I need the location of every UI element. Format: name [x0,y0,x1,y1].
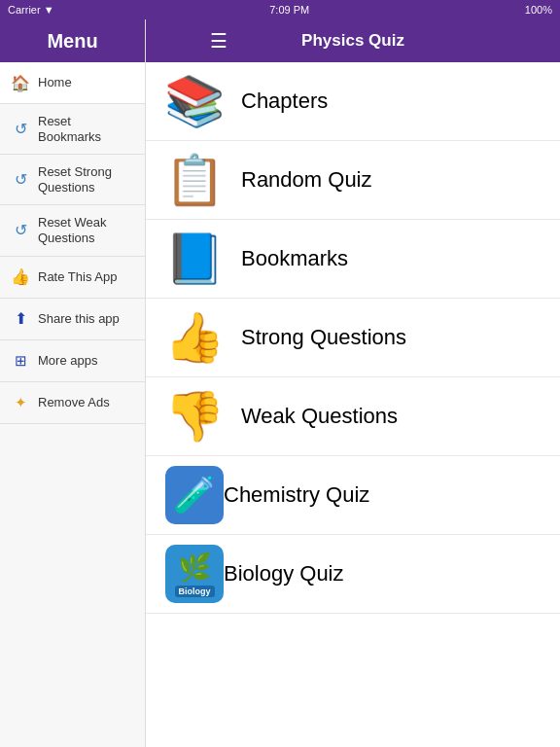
main-layout: Menu 🏠Home↺Reset Bookmarks↺Reset Strong … [0,19,560,747]
thumbsup-icon: 👍 [165,308,224,367]
content-item-strong-questions[interactable]: 👍Strong Questions [146,299,560,377]
more-apps-icon: ⊞ [10,350,31,372]
sidebar-item-home[interactable]: 🏠Home [0,62,145,104]
content-item-label: Strong Questions [241,325,406,350]
sidebar-item-label: Remove Ads [38,395,110,410]
sidebar-item-share[interactable]: ⬆Share this app [0,299,145,340]
sidebar-item-label: Share this app [38,311,120,327]
reset-icon: ↺ [10,119,31,140]
sidebar-item-remove-ads[interactable]: ✦Remove Ads [0,382,145,424]
sidebar-item-label: Reset Bookmarks [38,114,135,144]
content-item-chapters[interactable]: 📚Chapters [146,62,560,141]
sidebar-item-label: Rate This App [38,269,117,285]
chemistry-icon: 🧪 [165,466,224,524]
content-item-weak-questions[interactable]: 👎Weak Questions [146,377,560,456]
status-bar: Carrier ▼ 7:09 PM 100% [0,0,560,19]
nav-bar: ☰ Physics Quiz [146,19,560,62]
reset-icon: ↺ [10,169,31,191]
content-item-label: Weak Questions [241,404,398,429]
reset-icon: ↺ [10,220,31,241]
hamburger-button[interactable]: ☰ [196,29,241,53]
nav-bar-title: Physics Quiz [292,31,414,51]
content-item-biology-quiz[interactable]: 🌿BiologyBiology Quiz [146,535,560,614]
rate-icon: 👍 [10,267,31,288]
sidebar-item-label: More apps [38,353,97,369]
content-item-random-quiz[interactable]: 📋Random Quiz [146,141,560,220]
books-icon: 📚 [165,72,224,130]
content-item-chemistry-quiz[interactable]: 🧪Chemistry Quiz [146,456,560,535]
nav-bar-left: ☰ [146,29,292,53]
content-item-label: Biology Quiz [224,561,344,587]
sidebar-item-label: Reset Weak Questions [38,215,135,245]
thumbsdown-icon: 👎 [165,387,224,445]
biology-icon: 🌿Biology [165,545,224,603]
bookmark-icon: 📘 [165,230,224,288]
content-item-label: Bookmarks [241,246,348,271]
sidebar-item-label: Reset Strong Questions [38,164,135,195]
content-item-label: Chemistry Quiz [224,482,369,508]
carrier-text: Carrier ▼ [8,4,54,16]
sidebar-item-reset-bookmarks[interactable]: ↺Reset Bookmarks [0,104,145,155]
sidebar-item-more-apps[interactable]: ⊞More apps [0,340,145,382]
sidebar-item-rate[interactable]: 👍Rate This App [0,257,145,299]
home-icon: 🏠 [10,72,31,93]
sidebar-header: Menu [0,19,145,62]
sidebar-item-label: Home [38,75,72,90]
clipboard-icon: 📋 [165,151,224,209]
content-item-label: Chapters [241,89,328,114]
time-text: 7:09 PM [269,4,309,16]
sidebar-item-reset-weak[interactable]: ↺Reset Weak Questions [0,205,145,256]
sidebar-item-reset-strong[interactable]: ↺Reset Strong Questions [0,155,145,205]
sidebar: Menu 🏠Home↺Reset Bookmarks↺Reset Strong … [0,19,146,747]
content-area: ☰ Physics Quiz 📚Chapters📋Random Quiz📘Boo… [146,19,560,747]
share-icon: ⬆ [10,308,31,330]
content-item-label: Random Quiz [241,167,372,193]
content-item-bookmarks[interactable]: 📘Bookmarks [146,220,560,299]
battery-text: 100% [525,4,552,16]
remove-ads-icon: ✦ [10,392,31,413]
